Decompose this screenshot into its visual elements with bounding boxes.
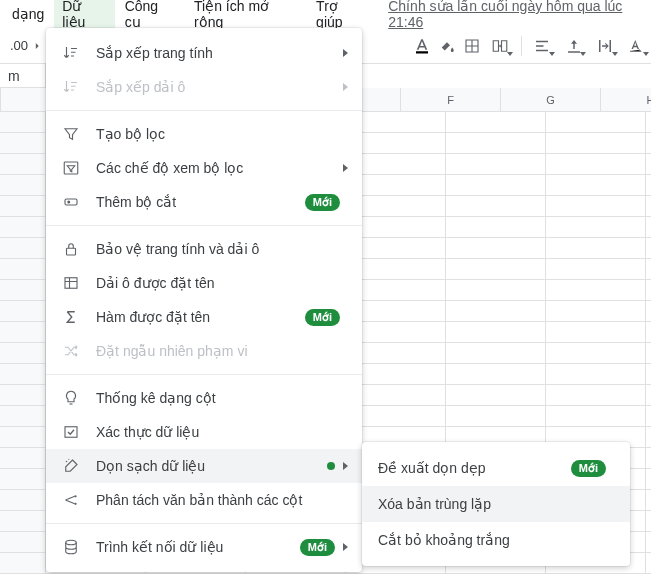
fill-color-button[interactable] bbox=[435, 32, 458, 60]
cell[interactable] bbox=[446, 175, 546, 195]
cell[interactable] bbox=[446, 259, 546, 279]
cell[interactable] bbox=[446, 217, 546, 237]
cell[interactable] bbox=[646, 511, 651, 531]
col-header[interactable]: G bbox=[501, 88, 601, 111]
decrease-decimal-button[interactable]: .00 bbox=[4, 32, 50, 60]
menu-item-cleanup[interactable]: Dọn sạch dữ liệu bbox=[46, 449, 362, 483]
sigma-icon bbox=[60, 308, 82, 326]
cell[interactable] bbox=[446, 196, 546, 216]
cell[interactable] bbox=[446, 133, 546, 153]
cell[interactable] bbox=[646, 217, 651, 237]
svg-point-13 bbox=[66, 540, 77, 545]
last-edit-link[interactable]: Chỉnh sửa lần cuối ngày hôm qua lúc 21:4… bbox=[388, 0, 651, 30]
cell[interactable] bbox=[546, 385, 646, 405]
menu-divider bbox=[46, 523, 362, 524]
cell[interactable] bbox=[646, 238, 651, 258]
submenu-item[interactable]: Đề xuất dọn dẹpMới bbox=[362, 450, 630, 486]
cell[interactable] bbox=[546, 364, 646, 384]
cell[interactable] bbox=[546, 322, 646, 342]
borders-button[interactable] bbox=[460, 32, 483, 60]
submenu-item-label: Xóa bản trùng lặp bbox=[378, 496, 614, 512]
menu-item-label: Sắp xếp trang tính bbox=[96, 45, 343, 61]
cell[interactable] bbox=[446, 322, 546, 342]
cell[interactable] bbox=[446, 385, 546, 405]
menu-item-sigma[interactable]: Hàm được đặt tên Mới bbox=[46, 300, 362, 334]
col-header[interactable]: H bbox=[601, 88, 651, 111]
cell[interactable] bbox=[546, 301, 646, 321]
svg-point-4 bbox=[67, 201, 70, 204]
menu-item-connector[interactable]: Trình kết nối dữ liệu Mới bbox=[46, 530, 362, 564]
menu-item-split[interactable]: Phân tách văn bản thành các cột bbox=[46, 483, 362, 517]
svg-rect-3 bbox=[65, 199, 77, 205]
cell[interactable] bbox=[546, 217, 646, 237]
cell[interactable] bbox=[546, 112, 646, 132]
text-wrap-button[interactable] bbox=[590, 32, 619, 60]
cell[interactable] bbox=[446, 406, 546, 426]
cell[interactable] bbox=[646, 385, 651, 405]
cell[interactable] bbox=[646, 280, 651, 300]
menu-item-lock[interactable]: Bảo vệ trang tính và dải ô bbox=[46, 232, 362, 266]
validation-icon bbox=[60, 423, 82, 441]
cell[interactable] bbox=[546, 196, 646, 216]
submenu-item-label: Đề xuất dọn dẹp bbox=[378, 460, 571, 476]
cell[interactable] bbox=[546, 406, 646, 426]
cell[interactable] bbox=[646, 427, 651, 447]
cell[interactable] bbox=[546, 343, 646, 363]
cell[interactable] bbox=[646, 448, 651, 468]
cell[interactable] bbox=[646, 364, 651, 384]
cell[interactable] bbox=[446, 112, 546, 132]
cell[interactable] bbox=[546, 280, 646, 300]
named-range-icon bbox=[60, 274, 82, 292]
merge-cells-button[interactable] bbox=[486, 32, 515, 60]
cell[interactable] bbox=[646, 154, 651, 174]
vertical-align-button[interactable] bbox=[559, 32, 588, 60]
menu-item-sort-sheet[interactable]: Sắp xếp trang tính bbox=[46, 36, 362, 70]
col-header[interactable]: F bbox=[401, 88, 501, 111]
cell[interactable] bbox=[546, 175, 646, 195]
sort-sheet-icon bbox=[60, 44, 82, 62]
cell[interactable] bbox=[646, 406, 651, 426]
menu-item-validation[interactable]: Xác thực dữ liệu bbox=[46, 415, 362, 449]
cell[interactable] bbox=[546, 259, 646, 279]
menu-item-slicer[interactable]: Thêm bộ cắt Mới bbox=[46, 185, 362, 219]
cell[interactable] bbox=[646, 196, 651, 216]
cell[interactable] bbox=[646, 532, 651, 552]
cell[interactable] bbox=[446, 280, 546, 300]
cell[interactable] bbox=[646, 175, 651, 195]
svg-point-8 bbox=[66, 461, 68, 463]
cell[interactable] bbox=[646, 133, 651, 153]
cell[interactable] bbox=[546, 133, 646, 153]
menu-divider bbox=[46, 225, 362, 226]
cell[interactable] bbox=[446, 154, 546, 174]
cell[interactable] bbox=[646, 343, 651, 363]
new-badge: Mới bbox=[305, 194, 340, 211]
cell[interactable] bbox=[546, 154, 646, 174]
text-rotation-button[interactable] bbox=[622, 32, 651, 60]
cell[interactable] bbox=[446, 301, 546, 321]
horizontal-align-button[interactable] bbox=[528, 32, 557, 60]
cell[interactable] bbox=[446, 238, 546, 258]
submenu-item[interactable]: Cắt bỏ khoảng trắng bbox=[362, 522, 630, 558]
text-color-button[interactable] bbox=[410, 32, 433, 60]
cell[interactable] bbox=[646, 490, 651, 510]
cell[interactable] bbox=[646, 322, 651, 342]
name-box[interactable]: m bbox=[0, 64, 46, 88]
menu-item-filter-views[interactable]: Các chế độ xem bộ lọc bbox=[46, 151, 362, 185]
filter-icon bbox=[60, 125, 82, 143]
menu-item-named-range[interactable]: Dải ô được đặt tên bbox=[46, 266, 362, 300]
submenu-item[interactable]: Xóa bản trùng lặp bbox=[362, 486, 630, 522]
cell[interactable] bbox=[646, 112, 651, 132]
cell[interactable] bbox=[646, 469, 651, 489]
cell[interactable] bbox=[546, 238, 646, 258]
cell[interactable] bbox=[646, 301, 651, 321]
menu-format[interactable]: dạng bbox=[4, 2, 52, 26]
cell[interactable] bbox=[446, 364, 546, 384]
cell[interactable] bbox=[446, 343, 546, 363]
menu-item-filter[interactable]: Tạo bộ lọc bbox=[46, 117, 362, 151]
menu-item-lightbulb[interactable]: Thống kê dạng cột bbox=[46, 381, 362, 415]
cell[interactable] bbox=[646, 259, 651, 279]
menu-item-label: Phân tách văn bản thành các cột bbox=[96, 492, 348, 508]
menu-item-label: Trình kết nối dữ liệu bbox=[96, 539, 300, 555]
cell[interactable] bbox=[646, 553, 651, 573]
indicator-dot bbox=[327, 462, 335, 470]
